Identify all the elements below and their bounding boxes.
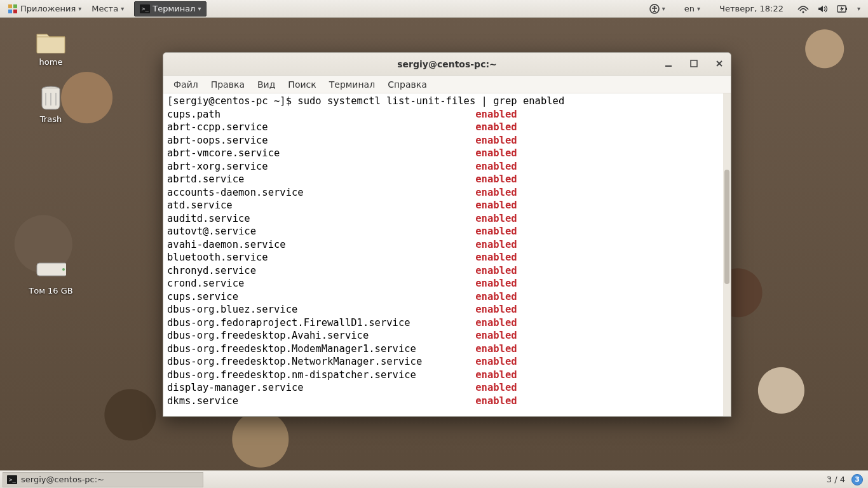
maximize-button[interactable] [686,56,702,71]
applications-label: Приложения [20,4,76,13]
bottom-panel: >_ sergiy@centos-pc:~ 3 / 4 3 [0,470,868,488]
places-menu[interactable]: Места ▾ [86,0,129,18]
desktop-icon-label: Trash [40,114,62,124]
svg-rect-15 [691,60,697,67]
terminal-icon: >_ [7,475,17,484]
workspace-badge[interactable]: 3 [851,474,863,485]
menu-help[interactable]: Справка [381,79,433,90]
accessibility-icon [649,4,660,14]
desktop-icon-label: home [39,57,63,67]
window-title: sergiy@centos-pc:~ [397,59,497,69]
svg-rect-1 [13,4,17,8]
chevron-down-icon: ▾ [121,5,124,12]
keyboard-layout[interactable]: en ▾ [679,0,705,18]
terminal-content[interactable]: [sergiy@centos-pc ~]$ sudo systemctl lis… [163,93,731,416]
drive-icon [36,254,66,285]
menu-view[interactable]: Вид [251,79,281,90]
svg-rect-12 [37,263,66,276]
battery-icon[interactable] [837,5,848,13]
chevron-down-icon: ▾ [198,5,201,12]
menu-search[interactable]: Поиск [281,79,322,90]
terminal-icon: >_ [140,4,150,13]
svg-rect-0 [8,4,12,8]
volume-icon[interactable] [818,4,828,13]
desktop-icons: home Trash Том 16 GB [13,25,89,295]
clock[interactable]: Четверг, 18:22 [714,0,789,18]
svg-rect-10 [846,8,847,10]
chevron-down-icon: ▾ [857,5,860,12]
taskbar-terminal[interactable]: >_ sergiy@centos-pc:~ [3,472,203,487]
taskbar-label: sergiy@centos-pc:~ [21,475,104,484]
chevron-down-icon: ▾ [78,5,81,12]
svg-point-13 [62,268,65,271]
svg-text:>_: >_ [9,477,16,483]
folder-home-icon [36,25,66,56]
minimize-button[interactable] [661,56,676,71]
desktop-icon-home[interactable]: home [13,25,89,67]
svg-point-8 [802,11,804,13]
svg-point-7 [653,6,655,8]
desktop-icon-trash[interactable]: Trash [13,83,89,124]
top-panel: Приложения ▾ Места ▾ >_ Терминал ▾ ▾ en … [0,0,868,18]
terminal-task-label: Терминал [153,4,195,13]
clock-label: Четверг, 18:22 [719,4,783,13]
menu-file[interactable]: Файл [167,79,205,90]
svg-rect-2 [8,10,12,13]
desktop-icon-label: Том 16 GB [29,286,73,295]
svg-rect-14 [665,65,672,67]
svg-rect-3 [13,10,17,13]
workspace-indicator[interactable]: 3 / 4 [827,475,845,484]
lang-label: en [684,4,695,13]
top-terminal-task[interactable]: >_ Терминал ▾ [134,1,207,17]
desktop-icon-volume[interactable]: Том 16 GB [13,254,89,295]
apps-icon [8,4,18,14]
titlebar[interactable]: sergiy@centos-pc:~ [163,53,731,76]
close-button[interactable] [712,56,727,71]
places-label: Места [92,4,118,13]
menu-edit[interactable]: Правка [205,79,251,90]
svg-text:>_: >_ [142,6,149,12]
menubar: Файл Правка Вид Поиск Терминал Справка [163,76,731,93]
applications-menu[interactable]: Приложения ▾ [3,0,86,18]
network-icon[interactable] [797,4,809,13]
accessibility-menu[interactable]: ▾ [644,0,670,18]
scrollbar[interactable] [723,93,731,416]
chevron-down-icon: ▾ [697,5,700,12]
trash-icon [36,83,66,113]
terminal-window: sergiy@centos-pc:~ Файл Правка Вид Поиск… [163,52,731,417]
menu-terminal[interactable]: Терминал [323,79,381,90]
scrollbar-thumb[interactable] [724,170,729,284]
chevron-down-icon: ▾ [662,5,665,12]
